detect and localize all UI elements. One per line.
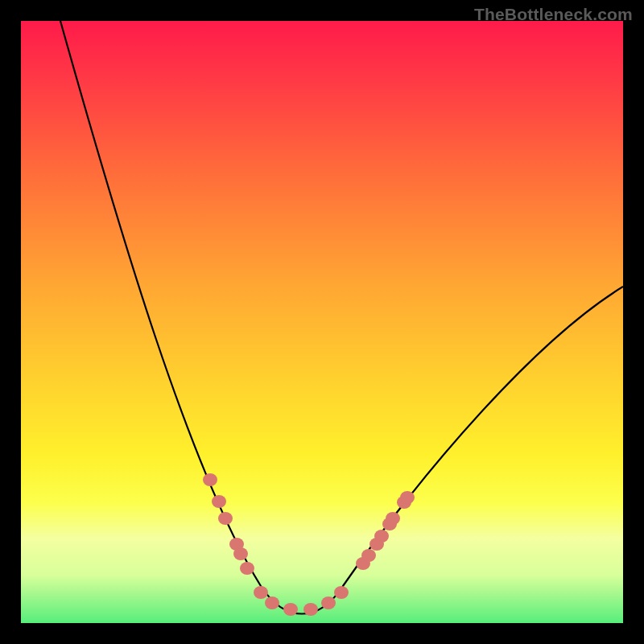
- curve-marker: [240, 562, 254, 575]
- curve-marker: [233, 547, 248, 560]
- curve-marker: [218, 512, 233, 525]
- curve-marker: [361, 549, 376, 562]
- curve-markers: [203, 473, 415, 616]
- curve-marker: [303, 603, 318, 616]
- curve-marker: [283, 603, 298, 616]
- curve-marker: [254, 586, 268, 599]
- watermark-text: TheBottleneck.com: [474, 5, 633, 24]
- chart-plot-area: [21, 21, 623, 623]
- curve-marker: [400, 491, 415, 504]
- bottleneck-curve: [60, 21, 623, 614]
- curve-marker: [374, 530, 389, 543]
- curve-marker: [203, 473, 217, 486]
- curve-marker: [265, 597, 279, 609]
- curve-marker: [321, 597, 336, 609]
- chart-svg: [21, 21, 623, 623]
- curve-marker: [334, 586, 349, 599]
- curve-marker: [212, 495, 226, 508]
- curve-marker: [386, 512, 400, 525]
